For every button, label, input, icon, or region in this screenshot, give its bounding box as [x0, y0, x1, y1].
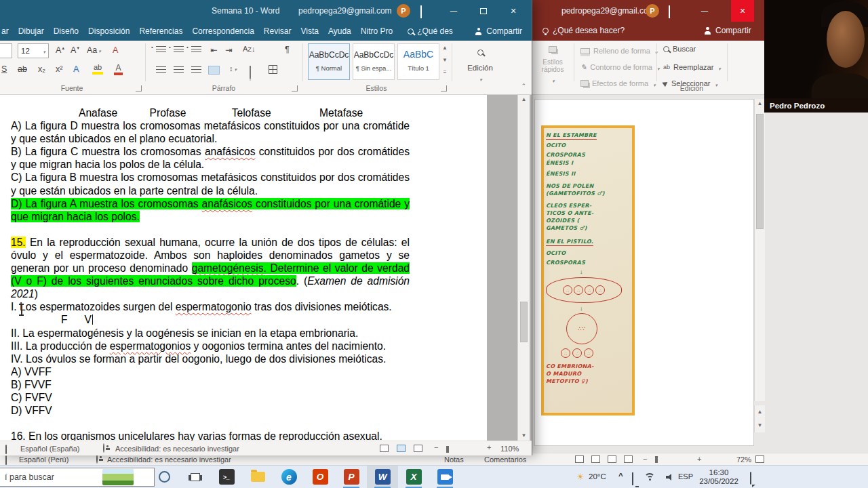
- word-accessibility-status[interactable]: Accesibilidad: es necesario investigar: [115, 445, 239, 453]
- word-share-button[interactable]: Compartir: [475, 26, 522, 36]
- change-case-button[interactable]: Aa: [87, 45, 101, 55]
- taskbar-search-box[interactable]: í para buscar: [0, 468, 155, 487]
- tab-nitro-pro[interactable]: Nitro Pro: [361, 26, 393, 36]
- word-zoom-level[interactable]: 110%: [500, 445, 519, 453]
- doc-statement-1[interactable]: I. Los espermatozoides surgen del esperm…: [11, 300, 410, 313]
- styles-scroll-up-icon[interactable]: ▲: [441, 43, 449, 53]
- read-mode-icon[interactable]: [380, 445, 389, 452]
- word-button[interactable]: W: [367, 466, 398, 488]
- office-button[interactable]: O: [304, 466, 336, 488]
- language-indicator[interactable]: ESP: [678, 472, 693, 481]
- justify-button[interactable]: [209, 66, 219, 74]
- action-center-icon[interactable]: [750, 472, 751, 485]
- ppt-account-avatar[interactable]: P: [646, 4, 659, 18]
- editing-group-button[interactable]: Edición: [458, 46, 502, 84]
- style-normal[interactable]: AaBbCcDc ¶ Normal: [308, 43, 350, 80]
- styles-scroll-down-icon[interactable]: ▼: [441, 56, 449, 65]
- ppt-slide[interactable]: N EL ESTAMBRE OCITO CROSPORAS ÉNESIS I É…: [534, 99, 754, 446]
- word-tellme-box[interactable]: ¿Qué des: [408, 26, 453, 36]
- underline-button-partial[interactable]: S: [1, 64, 7, 74]
- word-zoom-out-button[interactable]: −: [434, 443, 438, 451]
- align-center-button[interactable]: [174, 66, 184, 74]
- styles-dialog-launcher[interactable]: [441, 85, 447, 92]
- ppt-find-button[interactable]: Buscar: [663, 45, 696, 53]
- ppt-zoom-in-button[interactable]: +: [697, 455, 701, 463]
- doc-option-b[interactable]: B) FVVF: [11, 378, 410, 391]
- print-layout-icon[interactable]: [397, 445, 406, 452]
- borders-button[interactable]: [269, 65, 277, 74]
- word-zoom-in-button[interactable]: +: [487, 443, 491, 451]
- doc-paragraph-c[interactable]: C) La figura B muestra los cromosomas me…: [11, 171, 410, 197]
- shading-button[interactable]: [250, 66, 251, 79]
- ppt-comments-button[interactable]: Comentarios: [484, 455, 526, 464]
- numbering-button[interactable]: [174, 46, 184, 54]
- tab-insertar-partial[interactable]: ar: [1, 26, 9, 36]
- grow-font-button[interactable]: A▲: [56, 45, 65, 55]
- slide-photo-handwritten-notes[interactable]: N EL ESTAMBRE OCITO CROSPORAS ÉNESIS I É…: [541, 125, 635, 415]
- file-explorer-button[interactable]: [242, 466, 273, 488]
- tray-expand-chevron[interactable]: ^: [618, 472, 623, 480]
- tab-referencias[interactable]: Referencias: [139, 26, 182, 36]
- doc-option-c[interactable]: C) FVFV: [11, 391, 410, 404]
- font-dialog-launcher[interactable]: [136, 85, 142, 92]
- weather-temperature[interactable]: 20°C: [589, 472, 606, 481]
- doc-answer-line[interactable]: FV: [11, 313, 410, 326]
- multilevel-list-button[interactable]: [191, 46, 201, 54]
- doc-option-d[interactable]: D) VFFV: [11, 404, 410, 417]
- ppt-shape-outline-button[interactable]: ✎ Contorno de forma: [580, 61, 659, 73]
- task-view-button[interactable]: [180, 466, 211, 488]
- doc-question-16[interactable]: 16. En los organismos unicelulares hay v…: [11, 430, 410, 441]
- ppt-notes-button[interactable]: Notas: [444, 455, 464, 464]
- font-color-button[interactable]: A: [114, 63, 123, 75]
- webcam-overlay[interactable]: Pedro Pedrozo: [764, 0, 868, 113]
- styles-more-icon[interactable]: ≡: [441, 68, 449, 77]
- superscript-button[interactable]: x²: [56, 64, 62, 74]
- doc-statement-4[interactable]: IV. Los óvulos se forman a partir del oo…: [11, 352, 410, 365]
- collapse-ribbon-button[interactable]: ⌃: [521, 83, 526, 89]
- word-maximize-button[interactable]: [472, 0, 495, 22]
- clear-formatting-button[interactable]: A: [113, 45, 118, 55]
- tab-diseno[interactable]: Diseño: [54, 26, 79, 36]
- proofing-icon[interactable]: [5, 455, 7, 465]
- ppt-tellme-box[interactable]: ¿Qué desea hacer?: [542, 26, 625, 35]
- strikethrough-button[interactable]: ab: [18, 64, 27, 74]
- ppt-minimize-button[interactable]: ─: [693, 0, 716, 22]
- search-highlight-thumbnail[interactable]: [102, 469, 134, 485]
- style-sin-espaciado[interactable]: AaBbCcDc ¶ Sin espa...: [353, 43, 395, 80]
- ppt-zoom-out-button[interactable]: −: [643, 455, 647, 463]
- slide-sorter-view-icon[interactable]: [591, 455, 600, 463]
- align-left-button[interactable]: [156, 66, 166, 74]
- doc-statement-3[interactable]: III. La producción de espermatogonios y …: [11, 340, 410, 352]
- font-size-combobox[interactable]: 12: [18, 43, 49, 58]
- clock[interactable]: 16:30 23/05/2022: [696, 468, 742, 486]
- fit-slide-icon[interactable]: [755, 455, 764, 463]
- ppt-quick-styles-button[interactable]: Estilos rápidos: [536, 43, 570, 85]
- document-page[interactable]: Anafase Profase Telofase Metafase A) La …: [0, 95, 487, 441]
- doc-paragraph-b[interactable]: B) La figura C muestra los cromosomas an…: [11, 145, 410, 171]
- ppt-zoom-level[interactable]: 72%: [736, 455, 751, 464]
- ppt-next-slide-button[interactable]: ▼: [754, 419, 765, 432]
- font-name-combobox-partial[interactable]: [0, 43, 12, 58]
- tab-correspondencia[interactable]: Correspondencia: [192, 26, 254, 36]
- doc-option-a[interactable]: A) VVFF: [11, 365, 410, 378]
- weather-sun-icon[interactable]: ☀: [576, 472, 585, 482]
- word-titlebar[interactable]: Semana 10 - Word pedropega29@gmail.com P…: [0, 0, 532, 22]
- ppt-close-button[interactable]: ×: [731, 0, 754, 22]
- subscript-button[interactable]: x₂: [38, 64, 45, 74]
- web-layout-icon[interactable]: [414, 445, 422, 452]
- show-marks-button[interactable]: ¶: [285, 45, 290, 54]
- highlight-color-button[interactable]: ab: [92, 63, 103, 75]
- powerpoint-button[interactable]: P: [336, 466, 367, 488]
- text-effects-button[interactable]: A: [73, 64, 79, 74]
- edge-button[interactable]: e: [273, 466, 304, 488]
- word-scrollbar-thumb[interactable]: [520, 302, 528, 342]
- ppt-shape-fill-button[interactable]: Relleno de forma: [580, 45, 657, 57]
- sort-button[interactable]: AZ↓: [243, 45, 255, 53]
- ppt-vertical-scrollbar[interactable]: ▲: [754, 99, 765, 401]
- ppt-share-button[interactable]: Compartir: [704, 26, 751, 35]
- paragraph-dialog-launcher[interactable]: [292, 85, 298, 92]
- ppt-scrollbar-thumb[interactable]: [756, 114, 764, 229]
- align-right-button[interactable]: [191, 66, 201, 74]
- tab-ayuda[interactable]: Ayuda: [328, 26, 351, 36]
- ppt-replace-button[interactable]: ab Reemplazar: [663, 61, 721, 73]
